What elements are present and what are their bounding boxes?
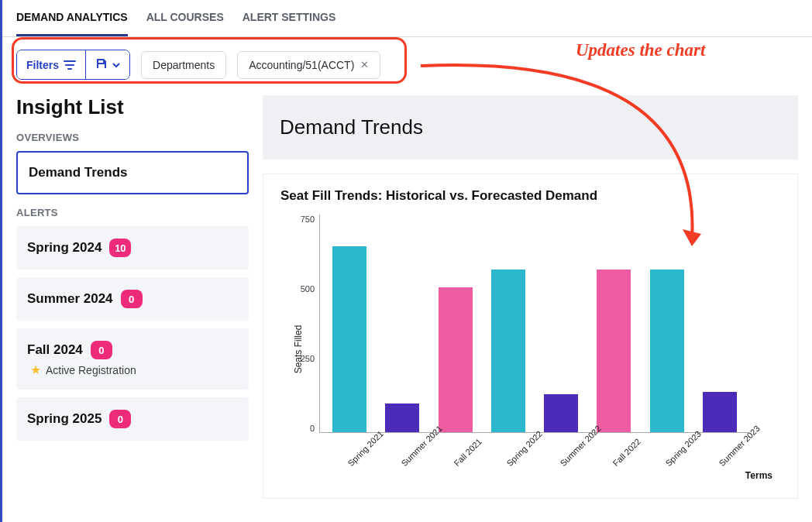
chart-card: Seat Fill Trends: Historical vs. Forecas…	[263, 173, 798, 499]
sidebar-item-label: Fall 2024	[27, 342, 83, 358]
y-tick: 250	[301, 354, 315, 363]
filter-chip-accounting[interactable]: Accounting/51(ACCT) ✕	[237, 51, 380, 79]
x-tick: Summer 2023	[713, 433, 773, 493]
sidebar-item-demand-trends[interactable]: Demand Trends	[16, 151, 249, 194]
filter-chip-label: Accounting/51(ACCT)	[249, 59, 354, 71]
chart-title: Seat Fill Trends: Historical vs. Forecas…	[280, 188, 780, 204]
chart-bar[interactable]	[597, 270, 631, 432]
y-tick: 500	[301, 284, 315, 294]
save-icon	[95, 57, 108, 72]
sidebar-item-fall-2024[interactable]: Fall 2024 0 ★ Active Registration	[16, 328, 249, 390]
y-tick: 0	[301, 424, 315, 433]
active-registration-label: Active Registration	[46, 364, 136, 376]
alert-count-badge: 0	[121, 290, 143, 308]
sidebar-item-label: Spring 2025	[27, 411, 102, 427]
tab-alert-settings[interactable]: ALERT SETTINGS	[243, 0, 336, 36]
filter-chip-departments[interactable]: Departments	[141, 51, 226, 79]
insight-list-title: Insight List	[16, 95, 249, 119]
y-tick: 750	[301, 215, 315, 224]
x-tick: Spring 2022	[501, 433, 561, 493]
sidebar: Insight List OVERVIEWS Demand Trends ALE…	[16, 95, 249, 499]
tab-demand-analytics[interactable]: DEMAND ANALYTICS	[16, 0, 128, 36]
x-tick: Fall 2022	[607, 433, 667, 493]
chart-bar[interactable]	[439, 287, 473, 432]
chart: Seats Filled 7505002500 Spring 2021Summe…	[280, 215, 780, 484]
chevron-down-icon	[112, 59, 120, 71]
star-icon: ★	[30, 362, 41, 377]
tab-all-courses[interactable]: ALL COURSES	[146, 0, 224, 36]
filter-chip-label: Departments	[153, 59, 215, 71]
alert-count-badge: 0	[91, 341, 112, 359]
x-tick: Spring 2023	[659, 433, 720, 493]
x-tick: Spring 2021	[342, 433, 402, 493]
alert-count-badge: 10	[109, 239, 131, 257]
x-tick: Fall 2021	[448, 433, 508, 493]
sidebar-item-label: Demand Trends	[29, 165, 128, 180]
filter-row: Filters Departments Accounting/51(ACCT) …	[2, 37, 812, 95]
x-tick: Summer 2021	[394, 433, 455, 493]
save-filters-button[interactable]	[85, 50, 129, 79]
section-label-alerts: ALERTS	[16, 207, 249, 218]
page-title: Demand Trends	[263, 95, 798, 160]
tab-bar: DEMAND ANALYTICS ALL COURSES ALERT SETTI…	[2, 0, 812, 37]
sidebar-item-label: Spring 2024	[27, 240, 102, 256]
filters-button[interactable]: Filters	[17, 50, 85, 79]
section-label-overviews: OVERVIEWS	[16, 132, 249, 143]
chart-bar[interactable]	[332, 246, 366, 432]
x-axis-label: Terms	[745, 470, 772, 481]
sidebar-item-spring-2025[interactable]: Spring 2025 0	[16, 397, 249, 441]
chart-bar[interactable]	[650, 270, 684, 432]
filter-icon	[64, 60, 76, 70]
chart-bar[interactable]	[544, 394, 578, 432]
chart-bar[interactable]	[385, 404, 419, 432]
chart-bar[interactable]	[491, 270, 525, 432]
alert-count-badge: 0	[109, 410, 131, 428]
main-panel: Demand Trends Seat Fill Trends: Historic…	[263, 95, 798, 499]
chart-bar[interactable]	[703, 392, 737, 432]
sidebar-item-summer-2024[interactable]: Summer 2024 0	[16, 277, 249, 321]
sidebar-item-label: Summer 2024	[27, 291, 113, 307]
filters-button-label: Filters	[26, 59, 59, 71]
x-tick: Summer 2022	[554, 433, 614, 493]
close-icon[interactable]: ✕	[360, 59, 369, 70]
filter-button-group: Filters	[16, 50, 130, 80]
sidebar-item-spring-2024[interactable]: Spring 2024 10	[16, 226, 249, 270]
